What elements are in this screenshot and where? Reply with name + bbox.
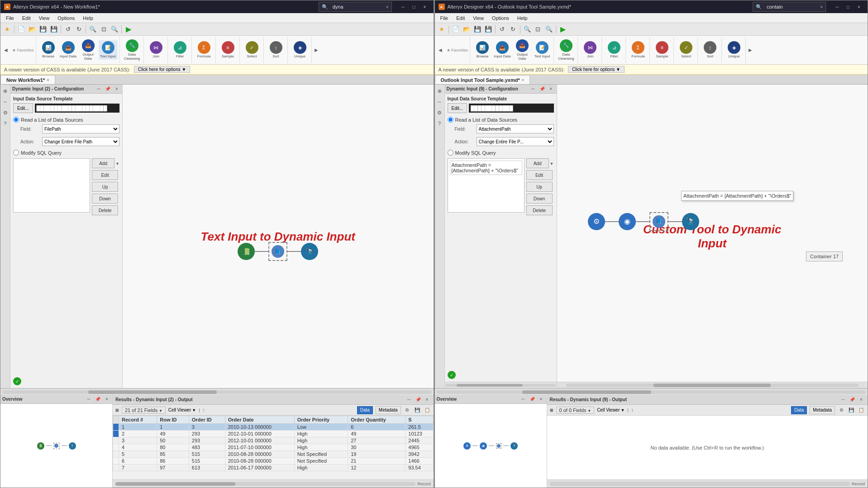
- right-canvas-scroll-track[interactable]: [566, 384, 859, 387]
- right-radio-sql-input[interactable]: [448, 150, 453, 156]
- right-action-select[interactable]: Change Entire File P...: [477, 137, 554, 146]
- right-tool-input-data[interactable]: 📥 Input Data: [493, 40, 512, 60]
- tool-output-data[interactable]: 📤 Output Data: [79, 38, 98, 62]
- right-side-icon-2[interactable]: ↔: [435, 97, 444, 106]
- left-results-close[interactable]: ×: [424, 396, 431, 403]
- right-zoom-in-btn[interactable]: 🔍: [544, 24, 554, 34]
- left-node-dynamic[interactable]: 📘: [268, 242, 287, 261]
- right-menu-view[interactable]: View: [469, 14, 487, 22]
- tool-join[interactable]: ⋈ Join: [147, 40, 166, 60]
- open-btn[interactable]: 📂: [27, 24, 37, 34]
- right-tool-output-data[interactable]: 📤 Output Data: [513, 38, 532, 62]
- right-down-btn[interactable]: Down: [526, 194, 553, 204]
- left-search-input[interactable]: [330, 2, 384, 11]
- left-th-s[interactable]: S: [405, 416, 433, 424]
- right-node-custom[interactable]: ⚙: [588, 213, 605, 230]
- table-row[interactable]: 5 85 515 2010-08-28 000000 Not Specified…: [113, 451, 434, 458]
- right-tool-formula[interactable]: Σ Formula: [629, 40, 648, 60]
- right-redo-btn[interactable]: ↻: [508, 24, 518, 34]
- right-radio-read-list[interactable]: Read a List of Data Sources: [448, 117, 554, 123]
- right-side-icon-1[interactable]: ⊕: [435, 86, 444, 95]
- right-save-btn[interactable]: 💾: [472, 24, 482, 34]
- right-results-copy[interactable]: 📋: [858, 407, 865, 414]
- left-radio-read-input[interactable]: [13, 117, 19, 123]
- left-results-save[interactable]: 💾: [414, 407, 421, 414]
- right-tool-sample[interactable]: ≡ Sample: [653, 40, 672, 60]
- right-config-minimize[interactable]: ─: [529, 85, 537, 93]
- right-menu-edit[interactable]: Edit: [453, 14, 468, 22]
- right-maximize-btn[interactable]: □: [843, 3, 853, 11]
- left-config-close[interactable]: ×: [113, 85, 120, 93]
- left-data-table[interactable]: Record # Row ID Order ID Order Date Orde…: [113, 416, 434, 479]
- left-results-settings[interactable]: ⚙: [404, 407, 411, 414]
- right-canvas-scrollbar[interactable]: [557, 382, 868, 388]
- right-zoom-out-btn[interactable]: 🔍: [522, 24, 532, 34]
- left-overview-pin[interactable]: 📌: [94, 396, 101, 403]
- left-edit-list-btn[interactable]: Edit: [92, 170, 118, 180]
- left-side-icon-3[interactable]: ⚙: [1, 108, 10, 117]
- left-tab-workflow[interactable]: New Workflow1* ×: [0, 75, 55, 84]
- left-bottom-scrollbar[interactable]: [115, 481, 415, 487]
- undo-btn[interactable]: ↺: [63, 24, 73, 34]
- left-radio-modify-sql[interactable]: Modify SQL Query: [13, 150, 119, 156]
- table-row[interactable]: 1 1 3 2010-10-13 000000 Low 6 261.5: [113, 424, 434, 431]
- left-results-pin[interactable]: 📌: [415, 396, 422, 403]
- right-minimize-btn[interactable]: ─: [832, 3, 842, 11]
- right-list-area[interactable]: AttachmentPath = [AttachmentPath] + "\Or…: [448, 158, 525, 213]
- right-search-clear-icon[interactable]: ×: [820, 5, 823, 9]
- right-node-2[interactable]: ◉: [619, 213, 636, 230]
- right-tool-unique[interactable]: ◈ Unique: [725, 40, 744, 60]
- right-favorites-btn[interactable]: ★: [437, 24, 447, 34]
- right-tool-browse[interactable]: 📊 Browse: [473, 40, 492, 60]
- left-bottom-track[interactable]: [115, 482, 415, 486]
- right-new-btn[interactable]: 📄: [451, 24, 461, 34]
- right-node-browse[interactable]: 🔭: [682, 213, 699, 230]
- zoom-out-btn[interactable]: 🔍: [88, 24, 98, 34]
- right-results-save[interactable]: 💾: [848, 407, 855, 414]
- right-config-pin[interactable]: 📌: [539, 85, 546, 93]
- run-btn[interactable]: ▶: [124, 24, 134, 34]
- right-delete-btn[interactable]: Delete: [526, 205, 553, 215]
- left-edit-btn[interactable]: Edit...: [13, 103, 33, 113]
- left-th-record[interactable]: Record #: [119, 416, 157, 424]
- left-canvas[interactable]: Text Input to Dynamic Input 📗 📘 🔭: [123, 85, 434, 388]
- right-side-icon-3[interactable]: ⚙: [435, 108, 444, 117]
- right-bottom-scrollbar[interactable]: [550, 482, 850, 486]
- tool-select[interactable]: ✓ Select: [243, 40, 262, 60]
- right-tool-filter[interactable]: ⊿ Filter: [605, 40, 624, 60]
- right-cass-btn[interactable]: Click here for options ▼: [568, 66, 625, 73]
- right-results-settings[interactable]: ⚙: [838, 407, 845, 414]
- table-row[interactable]: 4 80 483 2011-07-10 000000 High 30 4965: [113, 444, 434, 451]
- zoom-in-btn[interactable]: 🔍: [110, 24, 119, 34]
- left-maximize-btn[interactable]: □: [409, 3, 419, 11]
- menu-file[interactable]: File: [2, 14, 18, 22]
- right-side-icon-4[interactable]: ?: [435, 119, 444, 128]
- right-config-scroll-track[interactable]: [446, 384, 556, 387]
- right-menu-help[interactable]: Help: [514, 14, 531, 22]
- favorites-btn[interactable]: ★: [2, 24, 12, 34]
- menu-edit[interactable]: Edit: [19, 14, 34, 22]
- redo-btn[interactable]: ↻: [74, 24, 84, 34]
- right-overview-min[interactable]: ─: [520, 396, 527, 403]
- left-fields-arrow[interactable]: ▼: [159, 409, 162, 413]
- right-undo-btn[interactable]: ↺: [497, 24, 507, 34]
- right-tool-text-input[interactable]: 📝 Text Input: [533, 40, 552, 60]
- right-tool-join[interactable]: ⋈ Join: [581, 40, 600, 60]
- left-radio-sql-input[interactable]: [13, 150, 19, 156]
- right-overview-pin[interactable]: 📌: [529, 396, 536, 403]
- tool-input-data[interactable]: 📥 Input Data: [59, 40, 78, 60]
- tool-data-cleansing[interactable]: 🔧 Data Cleansing: [123, 38, 142, 62]
- right-palette-right-nav[interactable]: ▶: [747, 37, 754, 63]
- left-search-clear-icon[interactable]: ×: [386, 5, 389, 9]
- left-node-input[interactable]: 📗: [238, 243, 255, 260]
- right-config-close[interactable]: ×: [548, 85, 555, 93]
- left-node-browse[interactable]: 🔭: [301, 243, 318, 260]
- left-cass-btn[interactable]: Click here for options ▼: [134, 66, 191, 73]
- right-node-dynamic[interactable]: 📘: [649, 212, 668, 231]
- right-overview-close[interactable]: ×: [538, 396, 545, 403]
- left-overview-close[interactable]: ×: [103, 396, 110, 403]
- left-config-pin[interactable]: 📌: [104, 85, 111, 93]
- right-canvas[interactable]: Custom Tool to Dynamic Input ⚙ ◉ 📘: [557, 85, 868, 388]
- right-tool-select[interactable]: ✓ Select: [677, 40, 696, 60]
- table-row[interactable]: 6 86 515 2010-08-28 000000 Not Specified…: [113, 458, 434, 464]
